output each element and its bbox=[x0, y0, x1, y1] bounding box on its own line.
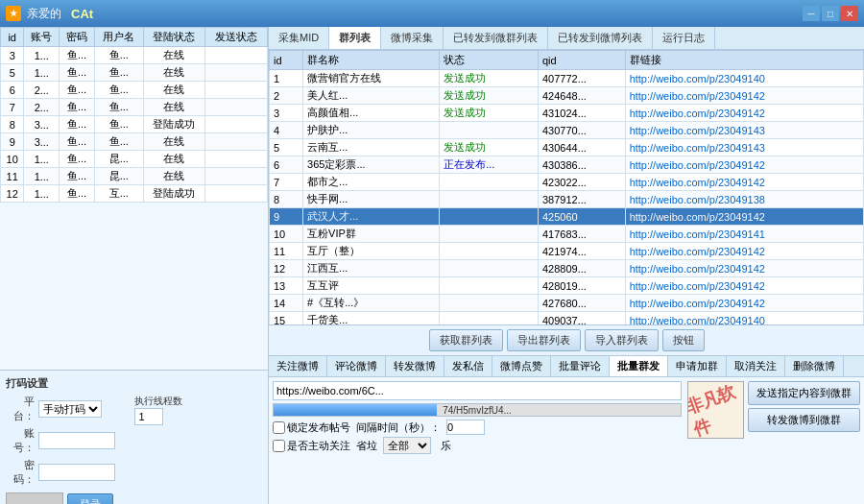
password-input[interactable] bbox=[38, 464, 115, 481]
group-cell-qid: 407772... bbox=[538, 70, 625, 87]
bottom-tab-发私信[interactable]: 发私信 bbox=[444, 356, 492, 376]
maximize-button[interactable]: □ bbox=[822, 6, 839, 21]
bottom-tab-申请加群[interactable]: 申请加群 bbox=[668, 356, 727, 376]
login-button[interactable]: 登录 bbox=[67, 493, 113, 504]
table-row[interactable]: 9 3... 鱼... 鱼... 在线 bbox=[1, 133, 268, 151]
group-table-row[interactable]: 6 365定彩票... 正在发布... 430386... http://wei… bbox=[270, 156, 864, 174]
fetch-group-button[interactable]: 获取群列表 bbox=[429, 329, 503, 351]
group-table-row[interactable]: 15 千货美... 409037... http://weibo.com/p/2… bbox=[270, 312, 864, 325]
bottom-tab-微博点赞[interactable]: 微博点赞 bbox=[492, 356, 551, 376]
cell-account: 1... bbox=[24, 47, 60, 64]
captcha-image[interactable] bbox=[6, 492, 63, 505]
group-cell-qid: 428809... bbox=[538, 260, 625, 277]
group-table-row[interactable]: 9 武汉人才... 425060 http://weibo.com/p/2304… bbox=[270, 208, 864, 226]
group-cell-id: 2 bbox=[270, 87, 303, 105]
top-tab-采集MID[interactable]: 采集MID bbox=[269, 27, 329, 49]
follow-checkbox[interactable]: 是否主动关注 bbox=[273, 439, 350, 453]
set-button[interactable]: 按钮 bbox=[662, 329, 705, 351]
bottom-tab-关注微博[interactable]: 关注微博 bbox=[269, 356, 327, 376]
send-to-group-button[interactable]: 发送指定内容到微群 bbox=[748, 381, 860, 405]
group-table-row[interactable]: 2 美人红... 发送成功 424648... http://weibo.com… bbox=[270, 87, 864, 105]
cell-username: 鱼... bbox=[94, 99, 143, 116]
cell-account: 1... bbox=[24, 185, 60, 203]
group-cell-link: http://weibo.com/p/23049140 bbox=[625, 70, 863, 87]
group-table-row[interactable]: 14 #《互转...》 427680... http://weibo.com/p… bbox=[270, 295, 864, 312]
window-title: 亲爱的 bbox=[27, 6, 61, 22]
group-cell-id: 14 bbox=[270, 295, 303, 312]
group-table-row[interactable]: 11 互厅（整） 421974... http://weibo.com/p/23… bbox=[270, 243, 864, 260]
group-table-row[interactable]: 8 快手网... 387912... http://weibo.com/p/23… bbox=[270, 191, 864, 208]
table-row[interactable]: 11 1... 鱼... 昆... 在线 bbox=[1, 168, 268, 185]
image-upload-area[interactable]: 非凡软件 bbox=[687, 381, 744, 439]
group-cell-qid: 417683... bbox=[538, 226, 625, 243]
group-cell-status bbox=[440, 208, 539, 226]
cell-username: 昆... bbox=[94, 168, 143, 185]
url-input[interactable] bbox=[273, 381, 682, 400]
group-cell-name: 云南互... bbox=[303, 139, 440, 156]
table-row[interactable]: 5 1... 鱼... 鱼... 在线 bbox=[1, 64, 268, 82]
group-cell-qid: 430770... bbox=[538, 122, 625, 139]
interval-input[interactable] bbox=[446, 420, 485, 435]
forward-to-weibo-button[interactable]: 转发微博到微群 bbox=[748, 408, 860, 432]
account-input[interactable] bbox=[38, 432, 115, 449]
cell-id: 7 bbox=[1, 99, 24, 116]
export-group-button[interactable]: 导出群列表 bbox=[507, 329, 581, 351]
table-row[interactable]: 3 1... 鱼... 鱼... 在线 bbox=[1, 47, 268, 64]
top-tab-群列表[interactable]: 群列表 bbox=[329, 27, 381, 49]
bottom-tab-评论微博[interactable]: 评论微博 bbox=[327, 356, 386, 376]
bottom-tab-批量评论[interactable]: 批量评论 bbox=[551, 356, 610, 376]
bottom-tabs-section: 关注微博评论微博转发微博发私信微博点赞批量评论批量群发申请加群取消关注删除微博 … bbox=[269, 355, 864, 504]
group-cell-name: 微营销官方在线 bbox=[303, 70, 440, 87]
group-table-row[interactable]: 13 互互评 428019... http://weibo.com/p/2304… bbox=[270, 277, 864, 295]
cell-password: 鱼... bbox=[60, 82, 95, 99]
group-table-row[interactable]: 7 都市之... 423022... http://weibo.com/p/23… bbox=[270, 174, 864, 191]
group-cell-id: 10 bbox=[270, 226, 303, 243]
group-table-row[interactable]: 10 互粉VIP群 417683... http://weibo.com/p/2… bbox=[270, 226, 864, 243]
top-tab-已转发到微博列表[interactable]: 已转发到微博列表 bbox=[548, 27, 653, 49]
bottom-tab-批量群发[interactable]: 批量群发 bbox=[610, 356, 668, 376]
col-account: 账号 bbox=[24, 28, 60, 47]
bottom-tab-删除微博[interactable]: 删除微博 bbox=[785, 356, 844, 376]
group-cell-link: http://weibo.com/p/23049141 bbox=[625, 226, 863, 243]
table-row[interactable]: 10 1... 鱼... 昆... 在线 bbox=[1, 151, 268, 168]
follow-checkbox-input[interactable] bbox=[273, 440, 285, 452]
cell-send bbox=[205, 185, 268, 203]
group-cell-status: 发送成功 bbox=[440, 70, 539, 87]
cell-id: 3 bbox=[1, 47, 24, 64]
table-row[interactable]: 6 2... 鱼... 鱼... 在线 bbox=[1, 82, 268, 99]
bottom-tab-转发微博[interactable]: 转发微博 bbox=[386, 356, 444, 376]
group-cell-name: 千货美... bbox=[303, 312, 440, 325]
group-table-container[interactable]: id 群名称 状态 qid 群链接 1 微营销官方在线 发送成功 407772.… bbox=[269, 50, 864, 324]
group-table-row[interactable]: 1 微营销官方在线 发送成功 407772... http://weibo.co… bbox=[270, 70, 864, 87]
platform-select[interactable]: 手动打码 自动打码 bbox=[38, 400, 102, 418]
left-panel: id 账号 密码 用户名 登陆状态 发送状态 3 1... 鱼... 鱼... … bbox=[0, 27, 269, 504]
cell-send bbox=[205, 151, 268, 168]
group-cell-status: 正在发布... bbox=[440, 156, 539, 174]
import-group-button[interactable]: 导入群列表 bbox=[585, 329, 659, 351]
table-row[interactable]: 7 2... 鱼... 鱼... 在线 bbox=[1, 99, 268, 116]
group-table-row[interactable]: 3 高颜值相... 发送成功 431024... http://weibo.co… bbox=[270, 105, 864, 122]
close-button[interactable]: ✕ bbox=[841, 6, 858, 21]
cell-id: 8 bbox=[1, 116, 24, 133]
threads-input[interactable] bbox=[134, 408, 163, 425]
cell-id: 9 bbox=[1, 133, 24, 151]
group-table-row[interactable]: 12 江西互... 428809... http://weibo.com/p/2… bbox=[270, 260, 864, 277]
title-bar-left: ★ 亲爱的 CAt bbox=[6, 6, 93, 22]
lock-checkbox-input[interactable] bbox=[273, 421, 285, 434]
group-cell-status bbox=[440, 312, 539, 325]
top-tab-运行日志[interactable]: 运行日志 bbox=[653, 27, 715, 49]
lock-publish-checkbox[interactable]: 锁定发布帖号 bbox=[273, 420, 350, 435]
table-row[interactable]: 8 3... 鱼... 鱼... 登陆成功 bbox=[1, 116, 268, 133]
group-cell-status bbox=[440, 191, 539, 208]
group-table-row[interactable]: 4 护肤护... 430770... http://weibo.com/p/23… bbox=[270, 122, 864, 139]
table-row[interactable]: 12 1... 鱼... 互... 登陆成功 bbox=[1, 185, 268, 203]
bottom-tab-取消关注[interactable]: 取消关注 bbox=[727, 356, 785, 376]
group-table-row[interactable]: 5 云南互... 发送成功 430644... http://weibo.com… bbox=[270, 139, 864, 156]
cell-id: 5 bbox=[1, 64, 24, 82]
minimize-button[interactable]: ─ bbox=[803, 6, 820, 21]
group-cell-link: http://weibo.com/p/23049143 bbox=[625, 139, 863, 156]
top-tab-已转发到微群列表[interactable]: 已转发到微群列表 bbox=[444, 27, 548, 49]
province-select[interactable]: 全部 北京 上海 广东 bbox=[383, 437, 431, 454]
group-cell-id: 12 bbox=[270, 260, 303, 277]
top-tab-微博采集[interactable]: 微博采集 bbox=[381, 27, 444, 49]
